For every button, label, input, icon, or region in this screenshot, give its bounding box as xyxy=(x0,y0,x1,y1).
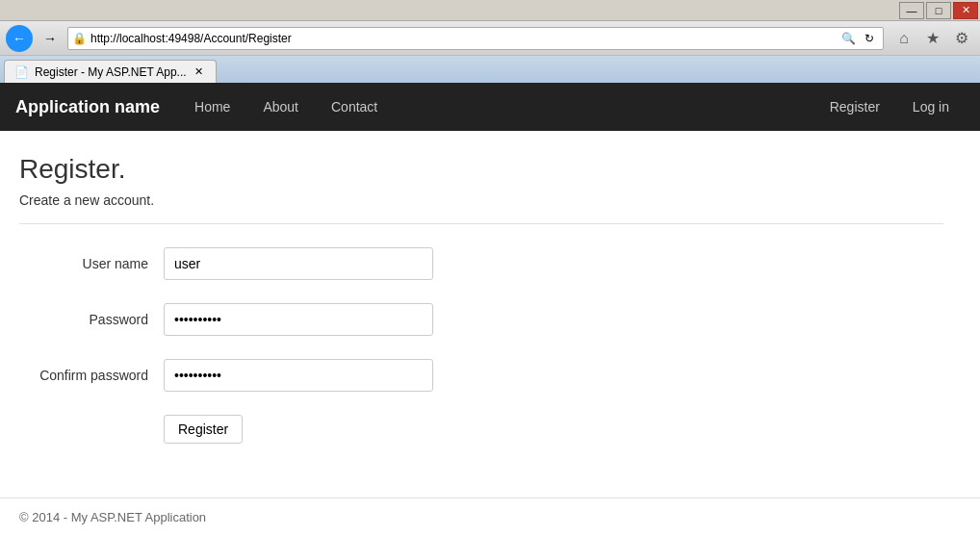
nav-about[interactable]: About xyxy=(247,86,314,128)
page-subtitle: Create a new account. xyxy=(19,192,943,208)
search-button[interactable]: 🔍 xyxy=(838,29,858,48)
toolbar-icons: ⌂ ★ ⚙ xyxy=(891,26,974,51)
address-actions: 🔍 ↻ xyxy=(838,29,879,48)
username-group: User name xyxy=(29,247,481,280)
nav-contact[interactable]: Contact xyxy=(316,86,393,128)
nav-right: Register Log in xyxy=(814,86,965,128)
username-label: User name xyxy=(29,256,164,271)
page-title: Register. xyxy=(19,154,943,185)
browser-toolbar: ← → 🔒 🔍 ↻ ⌂ ★ ⚙ xyxy=(0,21,980,56)
username-input[interactable] xyxy=(164,247,433,280)
nav-register[interactable]: Register xyxy=(814,86,895,128)
confirm-password-input[interactable] xyxy=(164,359,433,392)
main-content: Register. Create a new account. User nam… xyxy=(0,131,963,467)
section-divider xyxy=(19,223,943,224)
forward-button[interactable]: → xyxy=(37,25,64,52)
register-submit-button[interactable]: Register xyxy=(164,415,243,444)
close-button[interactable]: ✕ xyxy=(953,2,978,19)
refresh-button[interactable]: ↻ xyxy=(860,29,879,48)
tab-bar: 📄 Register - My ASP.NET App... ✕ xyxy=(0,56,980,83)
home-icon-button[interactable]: ⌂ xyxy=(891,26,916,51)
browser-titlebar: — □ ✕ xyxy=(0,0,980,21)
confirm-password-group: Confirm password xyxy=(29,359,481,392)
nav-links: Home About Contact xyxy=(179,86,814,128)
password-group: Password xyxy=(29,303,481,336)
address-input[interactable] xyxy=(90,32,835,45)
address-icon: 🔒 xyxy=(72,32,87,45)
nav-home[interactable]: Home xyxy=(179,86,245,128)
back-button[interactable]: ← xyxy=(6,25,33,52)
app-navbar: Application name Home About Contact Regi… xyxy=(0,83,980,131)
tab-title: Register - My ASP.NET App... xyxy=(35,65,187,79)
settings-icon-button[interactable]: ⚙ xyxy=(949,26,974,51)
address-bar-container: 🔒 🔍 ↻ xyxy=(67,27,884,50)
active-tab[interactable]: 📄 Register - My ASP.NET App... ✕ xyxy=(4,60,217,83)
password-label: Password xyxy=(29,312,164,327)
tab-close-button[interactable]: ✕ xyxy=(193,65,206,79)
minimize-button[interactable]: — xyxy=(899,2,924,19)
favorites-icon-button[interactable]: ★ xyxy=(920,26,945,51)
confirm-password-label: Confirm password xyxy=(29,368,164,383)
tab-favicon: 📄 xyxy=(14,65,29,79)
maximize-button[interactable]: □ xyxy=(926,2,951,19)
nav-login[interactable]: Log in xyxy=(897,86,965,128)
register-form: User name Password Confirm password Regi… xyxy=(19,247,481,444)
password-input[interactable] xyxy=(164,303,433,336)
app-brand[interactable]: Application name xyxy=(15,97,160,117)
